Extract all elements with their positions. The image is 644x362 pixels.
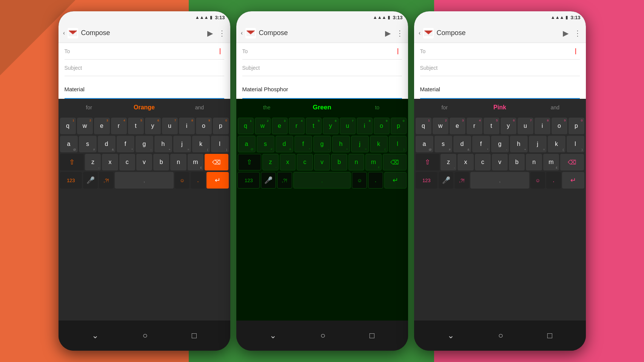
key-z-green[interactable]: -z [262,154,279,170]
key-c-green[interactable]: c [297,154,313,170]
suggestion-center-orange[interactable]: Orange [117,104,172,111]
key-o-green[interactable]: 9o [374,118,390,134]
key-w-pink[interactable]: 2w [433,118,448,134]
back-button-orange[interactable]: ‹ [63,29,65,37]
key-i-orange[interactable]: 8i [179,118,195,134]
key-p-green[interactable]: 0p [391,118,407,134]
key-h-orange[interactable]: +h [154,136,172,152]
key-d-orange[interactable]: &d [98,136,116,152]
key-u-orange[interactable]: 7u [162,118,178,134]
key-k-orange[interactable]: (k [192,136,210,152]
key-y-orange[interactable]: 6y [145,118,161,134]
key-123-pink[interactable]: 123 [416,172,438,189]
key-f-orange[interactable]: *f [117,136,134,152]
key-x-orange[interactable]: x [102,154,118,170]
nav-back-pink[interactable]: ⌄ [447,331,454,341]
key-comma-green[interactable]: 🎤 [261,172,276,189]
key-backspace-orange[interactable]: ⌫ [205,154,228,170]
key-comma-pink[interactable]: 🎤 [439,172,453,189]
key-m-green[interactable]: £m [365,154,382,170]
key-q-green[interactable]: 1q [238,118,254,134]
key-space-orange[interactable]: , [115,172,174,189]
key-v-orange[interactable]: v [136,154,152,170]
key-v-green[interactable]: v [314,154,330,170]
key-c-orange[interactable]: c [119,154,135,170]
key-o-pink[interactable]: 9o [552,118,567,134]
more-button-orange[interactable]: ⋮ [218,29,226,38]
body-row-green[interactable]: Material Phosphor [242,76,402,99]
key-enter-orange[interactable]: ↵ [206,172,229,189]
key-r-pink[interactable]: 4r [467,118,482,134]
key-u-pink[interactable]: 7u [518,118,533,134]
key-a-orange[interactable]: @a [60,136,78,152]
suggestion-left-orange[interactable]: for [62,104,117,110]
more-button-green[interactable]: ⋮ [396,29,404,38]
key-g-orange[interactable]: -g [136,136,153,152]
key-s-green[interactable]: #s [257,136,274,152]
suggestion-right-pink[interactable]: and [527,104,582,110]
body-row-orange[interactable]: Material [65,76,224,99]
key-j-pink[interactable]: =j [529,136,547,152]
key-g-green[interactable]: -g [313,136,331,152]
key-period-pink[interactable]: . [546,172,561,189]
key-a-green[interactable]: @a [238,136,256,152]
key-x-green[interactable]: x [280,154,296,170]
nav-back-orange[interactable]: ⌄ [92,331,99,341]
key-t-pink[interactable]: 5t [484,118,499,134]
key-z-orange[interactable]: -z [85,154,101,170]
key-l-pink[interactable]: )l [567,136,584,152]
nav-home-pink[interactable]: ○ [498,331,503,341]
suggestion-right-green[interactable]: to [350,104,405,110]
key-z-pink[interactable]: -z [441,154,456,170]
key-misc-green[interactable]: ,?! [277,172,292,189]
key-emoji-pink[interactable]: ☺ [530,172,545,189]
key-x-pink[interactable]: x [458,154,473,170]
key-e-orange[interactable]: 3e [94,118,110,134]
key-d-green[interactable]: &d [276,136,293,152]
key-f-green[interactable]: *f [294,136,312,152]
key-l-orange[interactable]: )l [211,136,229,152]
key-n-orange[interactable]: n [170,154,186,170]
key-t-orange[interactable]: 5t [128,118,144,134]
key-b-orange[interactable]: b [153,154,169,170]
key-e-pink[interactable]: 3e [450,118,465,134]
key-b-pink[interactable]: b [509,154,525,170]
key-o-orange[interactable]: 9o [196,118,212,134]
nav-recent-green[interactable]: □ [370,331,374,341]
key-l-green[interactable]: )l [389,136,407,152]
key-i-pink[interactable]: 8i [535,118,550,134]
key-w-orange[interactable]: 2w [77,118,93,134]
key-h-green[interactable]: +h [332,136,350,152]
suggestion-center-pink[interactable]: Pink [472,104,527,111]
key-k-pink[interactable]: (k [548,136,565,152]
send-button-orange[interactable]: ▶ [207,29,213,38]
nav-back-green[interactable]: ⌄ [270,331,276,341]
key-emoji-green[interactable]: ☺ [352,172,367,189]
key-w-green[interactable]: 2w [255,118,271,134]
nav-home-orange[interactable]: ○ [143,331,148,341]
key-mic-orange[interactable]: ,?! [99,172,114,189]
key-m-orange[interactable]: £m [188,154,203,170]
more-button-pink[interactable]: ⋮ [574,29,581,38]
key-q-pink[interactable]: 1q [416,118,431,134]
key-d-pink[interactable]: &d [453,136,471,152]
key-backspace-pink[interactable]: ⌫ [560,154,584,170]
back-button-green[interactable]: ‹ [241,29,243,37]
key-enter-pink[interactable]: ↵ [562,172,584,189]
suggestion-right-orange[interactable]: and [172,104,227,110]
key-period-green[interactable]: . [368,172,383,189]
key-r-green[interactable]: 4r [289,118,305,134]
key-period-orange[interactable]: . [191,172,205,189]
key-y-green[interactable]: 6y [323,118,339,134]
key-n-green[interactable]: n [348,154,365,170]
send-button-green[interactable]: ▶ [385,29,391,38]
key-j-orange[interactable]: =j [173,136,191,152]
key-a-pink[interactable]: @a [416,136,433,152]
key-f-pink[interactable]: *f [472,136,490,152]
key-y-pink[interactable]: 6y [501,118,516,134]
key-m-pink[interactable]: £m [543,154,559,170]
key-i-green[interactable]: 8i [357,118,373,134]
nav-home-green[interactable]: ○ [320,331,325,341]
key-s-orange[interactable]: #s [79,136,97,152]
key-shift-pink[interactable]: ⇧ [416,154,439,170]
